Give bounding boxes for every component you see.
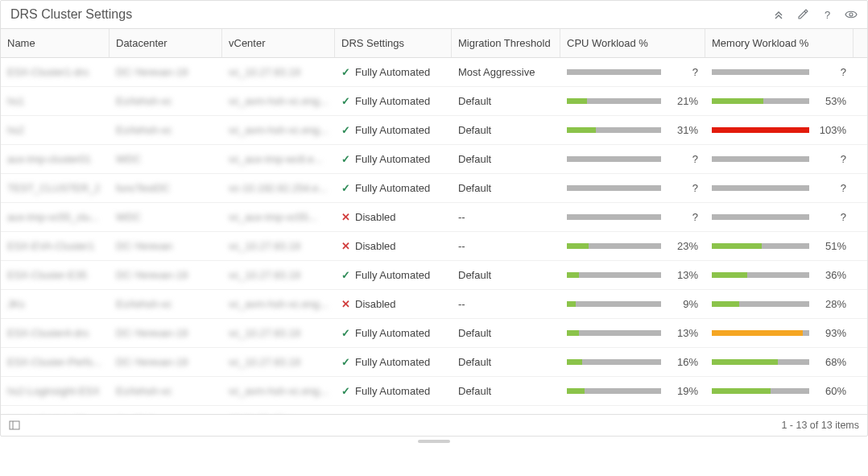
cell-name: hs2-Loginsight-ESX [1, 377, 110, 405]
help-icon[interactable]: ? [820, 8, 833, 21]
workload-bar-fill [712, 330, 803, 336]
table-row[interactable]: aux-tmp-vc55_clu...WDCvc_aux-tmp-vc55...… [1, 203, 867, 232]
cell-migration: -- [452, 232, 560, 260]
workload-value: ? [668, 211, 698, 223]
collapse-icon[interactable] [772, 8, 785, 21]
workload-value: ? [668, 182, 698, 194]
workload-value: 23% [668, 240, 698, 252]
col-header-migration[interactable]: Migration Threshold [452, 29, 560, 57]
workload-bar-fill [712, 359, 778, 365]
check-icon: ✓ [341, 182, 350, 194]
visibility-icon[interactable] [845, 8, 858, 21]
cell-memory: 55% [705, 406, 854, 414]
workload-bar [712, 98, 809, 104]
cell-vcenter: vc_aux-tmp-vc55... [222, 203, 335, 231]
workload-bar [567, 98, 661, 104]
edit-icon[interactable] [796, 8, 809, 21]
col-header-name[interactable]: Name [1, 29, 110, 57]
col-header-vcenter[interactable]: vCenter [222, 29, 335, 57]
cross-icon: ✕ [341, 240, 350, 252]
cell-migration: Default [452, 261, 560, 289]
workload-bar [567, 214, 661, 220]
cell-drs: ✕Disabled [335, 232, 452, 260]
cell-vcenter: vc_avm-hsh-vc.eng... [222, 377, 335, 405]
svg-text:?: ? [825, 9, 830, 20]
cell-datacenter: DC-Yerevan-19 [110, 319, 222, 347]
workload-value: 21% [668, 95, 698, 107]
cell-cpu: 13% [560, 319, 705, 347]
table-row[interactable]: aux-tmp-cluster01WDCvc_aux-tmp-wc8.e...✓… [1, 145, 867, 174]
workload-bar-fill [567, 243, 589, 249]
cell-memory: 60% [705, 377, 854, 405]
table-row[interactable]: ESX-Cluster1-drsDC-Yerevan-19vc_10.27.83… [1, 58, 867, 87]
cell-name: TEST_CLUSTER_2 [1, 174, 110, 202]
workload-bar [712, 185, 809, 191]
col-header-drs[interactable]: DRS Settings [335, 29, 452, 57]
workload-bar [712, 359, 809, 365]
widget-title: DRS Cluster Settings [10, 7, 132, 22]
table-row[interactable]: ESX-Cluster4-drsDC-Yerevan-19vc_10.27.83… [1, 319, 867, 348]
cross-icon: ✕ [341, 298, 350, 310]
cluster-table: Name Datacenter vCenter DRS Settings Mig… [1, 28, 867, 414]
workload-bar-fill [567, 301, 576, 307]
cell-migration: Default [452, 87, 560, 115]
cell-name: aux-tmp-cluster01 [1, 145, 110, 173]
cell-vcenter: vc_avm-hsh-vc.eng... [222, 87, 335, 115]
workload-value: 53% [816, 95, 846, 107]
table-row[interactable]: hs2EsXehsh-vcvc_avm-hsh-vc.eng...✓Fully … [1, 116, 867, 145]
table-row[interactable]: ESX-Cluster-Perfs...DC-Yerevan-19vc_10.2… [1, 348, 867, 377]
cell-datacenter: WDC [110, 145, 222, 173]
table-row[interactable]: TEST_CLUSTER_2funcTestDCvc-10.192.82.254… [1, 174, 867, 203]
workload-bar [712, 214, 809, 220]
workload-bar [712, 301, 809, 307]
cell-migration: Default [452, 319, 560, 347]
cell-cpu: ? [560, 58, 705, 86]
cell-cpu: 9% [560, 290, 705, 318]
table-row[interactable]: JKsEsXehsh-vcvc_avm-hsh-vc.eng...✕Disabl… [1, 290, 867, 319]
table-header: Name Datacenter vCenter DRS Settings Mig… [1, 29, 867, 58]
cell-drs: ✓Fully Automated [335, 116, 452, 144]
workload-bar-fill [567, 388, 585, 394]
table-row[interactable]: ESX-Cluster-E35DC-Yerevan-19vc_10.27.83.… [1, 261, 867, 290]
workload-bar [712, 69, 809, 75]
table-row[interactable]: hs2-Loginsight-ESXEsXehsh-vcvc_avm-hsh-v… [1, 377, 867, 406]
cell-memory: 28% [705, 290, 854, 318]
widget-header: DRS Cluster Settings ? [1, 1, 867, 28]
workload-bar [567, 330, 661, 336]
cell-memory: 51% [705, 232, 854, 260]
cell-datacenter: EsXehsh-vc [110, 290, 222, 318]
cell-datacenter: funcTestDC [110, 174, 222, 202]
cell-drs: ✓Fully Automated [335, 58, 452, 86]
workload-value: 51% [816, 240, 846, 252]
cell-datacenter: dc_19-3 [110, 406, 222, 414]
cell-name: aux-tmp-vc55_clu... [1, 203, 110, 231]
cell-memory: ? [705, 174, 854, 202]
workload-bar [567, 69, 661, 75]
resize-handle[interactable] [418, 440, 450, 443]
table-body[interactable]: ESX-Cluster1-drsDC-Yerevan-19vc_10.27.83… [1, 58, 867, 414]
col-header-memory[interactable]: Memory Workload % [705, 29, 854, 57]
cross-icon: ✕ [341, 211, 350, 223]
cell-datacenter: DC-Yerevan-19 [110, 261, 222, 289]
table-row[interactable]: hs1EsXehsh-vcvc_avm-hsh-vc.eng...✓Fully … [1, 87, 867, 116]
table-row[interactable]: more_cluster_13dc_19-310.34.55.87.e...✕D… [1, 406, 867, 414]
cell-cpu: 23% [560, 232, 705, 260]
cell-memory: ? [705, 145, 854, 173]
cell-name: ESX-Cluster1-drs [1, 58, 110, 86]
cell-cpu: 19% [560, 377, 705, 405]
cell-vcenter: vc_10.27.83.19 [222, 319, 335, 347]
col-header-datacenter[interactable]: Datacenter [110, 29, 222, 57]
col-header-cpu[interactable]: CPU Workload % [560, 29, 705, 57]
check-icon: ✓ [341, 269, 350, 281]
cell-memory: 53% [705, 87, 854, 115]
workload-value: 36% [816, 269, 846, 281]
workload-bar [567, 127, 661, 133]
cell-cpu: 16% [560, 348, 705, 376]
workload-value: 103% [816, 124, 846, 136]
workload-value: 13% [668, 327, 698, 339]
workload-value: ? [668, 153, 698, 165]
columns-picker-icon[interactable] [9, 420, 20, 430]
workload-bar [712, 243, 809, 249]
table-row[interactable]: ESX-EVA-Cluster1DC-Yerevanvc_10.27.83.19… [1, 232, 867, 261]
cell-vcenter: 10.34.55.87.e... [222, 406, 335, 414]
